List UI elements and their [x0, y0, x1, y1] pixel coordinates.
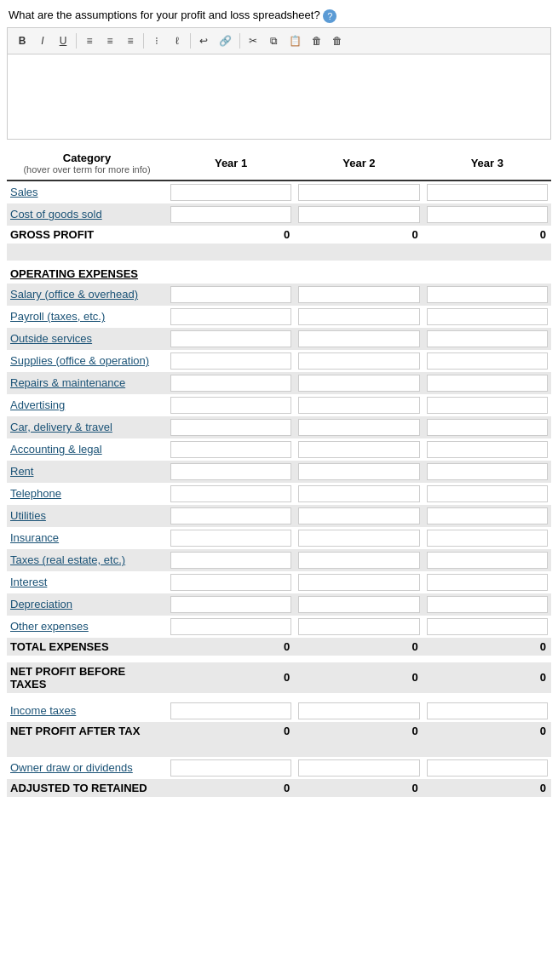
outside-services-link[interactable]: Outside services [10, 332, 92, 345]
supplies-year3-input[interactable] [427, 352, 548, 370]
income-taxes-year1-input[interactable] [170, 702, 291, 719]
utilities-year3-input[interactable] [427, 507, 548, 524]
salary-link[interactable]: Salary (office & overhead) [10, 288, 138, 301]
outside-year3-input[interactable] [427, 330, 548, 347]
advertising-year2-input[interactable] [298, 397, 419, 414]
delete1-button[interactable]: 🗑 [308, 32, 326, 50]
salary-year2-input[interactable] [298, 286, 419, 303]
bold-button[interactable]: B [13, 32, 32, 50]
insurance-year1-input[interactable] [170, 530, 291, 547]
insurance-link[interactable]: Insurance [10, 531, 59, 544]
other-expenses-year3-input[interactable] [427, 618, 548, 635]
cut-button[interactable]: ✂ [244, 32, 262, 50]
car-year2-input[interactable] [298, 419, 419, 436]
rent-year1-input[interactable] [170, 463, 291, 480]
sales-year1-input[interactable] [170, 184, 291, 201]
car-year3-input[interactable] [427, 419, 548, 436]
interest-year3-input[interactable] [427, 574, 548, 591]
payroll-year2-input[interactable] [298, 308, 419, 325]
supplies-year2-input[interactable] [298, 352, 419, 370]
depreciation-year3-input[interactable] [427, 596, 548, 613]
depreciation-link[interactable]: Depreciation [10, 598, 72, 610]
telephone-year2-input[interactable] [298, 485, 419, 502]
advertising-link[interactable]: Advertising [10, 398, 65, 411]
advertising-year3-input[interactable] [427, 397, 548, 414]
rent-year3-input[interactable] [427, 463, 548, 480]
ordered-list-button[interactable]: ℓ [168, 32, 187, 50]
payroll-year3-input[interactable] [427, 308, 548, 325]
underline-button[interactable]: U [54, 32, 72, 50]
sales-link[interactable]: Sales [10, 186, 38, 198]
repairs-year1-input[interactable] [170, 375, 291, 392]
accounting-year2-input[interactable] [298, 441, 419, 458]
italic-button[interactable]: I [33, 32, 52, 50]
cogs-year1-input[interactable] [170, 206, 291, 223]
salary-year3-input[interactable] [427, 286, 548, 303]
paste-button[interactable]: 📋 [285, 32, 306, 50]
accounting-link[interactable]: Accounting & legal [10, 443, 102, 456]
utilities-link[interactable]: Utilities [10, 509, 46, 522]
cogs-row: Cost of goods sold [7, 203, 551, 226]
cogs-link[interactable]: Cost of goods sold [10, 208, 102, 221]
taxes-real-year1-input[interactable] [170, 552, 291, 569]
unordered-list-button[interactable]: ⁝ [147, 32, 166, 50]
payroll-link[interactable]: Payroll (taxes, etc.) [10, 310, 105, 323]
salary-year1-input[interactable] [170, 286, 291, 303]
insurance-year3-input[interactable] [427, 530, 548, 547]
utilities-year1-input[interactable] [170, 507, 291, 524]
rent-year2-input[interactable] [298, 463, 419, 480]
interest-link[interactable]: Interest [10, 576, 47, 588]
interest-year2-input[interactable] [298, 574, 419, 591]
accounting-year3-input[interactable] [427, 441, 548, 458]
taxes-real-year2-input[interactable] [298, 552, 419, 569]
delete2-button[interactable]: 🗑 [328, 32, 347, 50]
net-profit-after-label: NET PROFIT AFTER TAX [7, 722, 167, 740]
cogs-year2-input[interactable] [298, 206, 419, 223]
supplies-year1-input[interactable] [170, 352, 291, 370]
advertising-year1-input[interactable] [170, 397, 291, 414]
other-expenses-year1-input[interactable] [170, 618, 291, 635]
income-taxes-link[interactable]: Income taxes [10, 704, 76, 717]
align-center-button[interactable]: ≡ [101, 32, 119, 50]
income-taxes-year3-input[interactable] [427, 702, 548, 719]
help-icon[interactable]: ? [323, 9, 337, 23]
outside-year1-input[interactable] [170, 330, 291, 347]
other-expenses-year2-input[interactable] [298, 618, 419, 635]
telephone-year1-input[interactable] [170, 485, 291, 502]
editor-area[interactable] [7, 54, 551, 140]
repairs-link[interactable]: Repairs & maintenance [10, 376, 125, 389]
outside-year2-input[interactable] [298, 330, 419, 347]
depreciation-year2-input[interactable] [298, 596, 419, 613]
sales-year3-input[interactable] [427, 184, 548, 201]
other-expenses-link[interactable]: Other expenses [10, 620, 89, 633]
repairs-year3-input[interactable] [427, 375, 548, 392]
rent-year1-cell [167, 461, 295, 483]
car-year1-input[interactable] [170, 419, 291, 436]
rent-link[interactable]: Rent [10, 465, 33, 478]
align-right-button[interactable]: ≡ [121, 32, 140, 50]
owner-draw-link[interactable]: Owner draw or dividends [10, 761, 133, 774]
owner-draw-year2-input[interactable] [298, 759, 419, 777]
taxes-real-year3-input[interactable] [427, 552, 548, 569]
accounting-year1-input[interactable] [170, 441, 291, 458]
interest-year1-input[interactable] [170, 574, 291, 591]
copy-button[interactable]: ⧉ [264, 32, 283, 50]
link-button[interactable]: 🔗 [215, 32, 236, 50]
telephone-year3-input[interactable] [427, 485, 548, 502]
taxes-real-link[interactable]: Taxes (real estate, etc.) [10, 553, 125, 566]
align-left-button[interactable]: ≡ [80, 32, 99, 50]
supplies-link[interactable]: Supplies (office & operation) [10, 354, 149, 367]
owner-draw-year1-input[interactable] [170, 759, 291, 777]
telephone-link[interactable]: Telephone [10, 487, 61, 500]
undo-button[interactable]: ↩ [194, 32, 213, 50]
insurance-year2-input[interactable] [298, 530, 419, 547]
income-taxes-year2-input[interactable] [298, 702, 419, 719]
sales-year2-input[interactable] [298, 184, 419, 201]
car-link[interactable]: Car, delivery & travel [10, 421, 112, 433]
owner-draw-year3-input[interactable] [427, 759, 548, 777]
payroll-year1-input[interactable] [170, 308, 291, 325]
cogs-year3-input[interactable] [427, 206, 548, 223]
repairs-year2-input[interactable] [298, 375, 419, 392]
utilities-year2-input[interactable] [298, 507, 419, 524]
depreciation-year1-input[interactable] [170, 596, 291, 613]
